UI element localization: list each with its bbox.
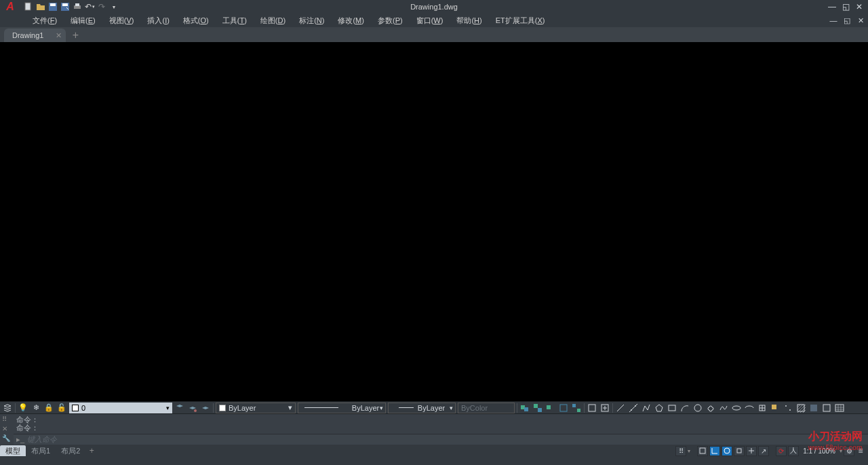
menu-et-tools[interactable]: ET扩展工具(X)	[489, 16, 552, 26]
draw-insert-block-icon[interactable]	[757, 403, 768, 413]
draw-point-icon[interactable]	[783, 403, 793, 413]
qat-customize-icon[interactable]: ▾	[108, 1, 119, 12]
status-annoshow-icon[interactable]: 人	[788, 446, 799, 456]
restore-button[interactable]: ◱	[841, 2, 850, 12]
doc-close-button[interactable]: ✕	[856, 16, 865, 25]
menu-modify[interactable]: 修改(M)	[331, 16, 371, 26]
menu-tools[interactable]: 工具(T)	[216, 16, 254, 26]
layer-on-icon[interactable]: 💡	[18, 403, 28, 413]
draw-region-icon[interactable]	[821, 403, 832, 413]
minimize-button[interactable]: —	[827, 2, 837, 12]
status-3dosnap-icon[interactable]	[746, 446, 757, 456]
layer-state-icon[interactable]	[200, 403, 211, 413]
draw-rectangle-icon[interactable]	[667, 403, 677, 413]
doc-minimize-button[interactable]: —	[829, 16, 838, 25]
block-insert-icon[interactable]	[587, 403, 597, 413]
status-grid-icon[interactable]: ⠿	[675, 446, 686, 456]
qat-print-icon[interactable]	[72, 1, 83, 12]
svg-rect-20	[669, 405, 675, 411]
status-customize-icon[interactable]: ≡	[856, 446, 865, 456]
app-logo[interactable]: A	[0, 0, 20, 14]
group-icon[interactable]	[519, 403, 530, 413]
draw-table-icon[interactable]	[834, 403, 845, 413]
status-scale-text[interactable]: 1:1 / 100%	[800, 447, 838, 455]
cmd-close-icon[interactable]: ✕	[2, 425, 12, 433]
status-ortho-icon[interactable]	[709, 446, 720, 456]
ungroup-icon[interactable]	[532, 403, 543, 413]
group-manager-icon[interactable]	[571, 403, 582, 413]
draw-circle-icon[interactable]	[692, 403, 703, 413]
svg-rect-6	[75, 3, 79, 6]
menu-insert[interactable]: 插入(I)	[140, 16, 176, 26]
status-otrack-icon[interactable]: ↗	[758, 446, 769, 456]
draw-ellipse-arc-icon[interactable]	[744, 403, 755, 413]
tab-close-icon[interactable]: ✕	[56, 31, 62, 40]
color-dropdown[interactable]: ByLayer ▾	[216, 403, 296, 413]
layer-dropdown[interactable]: 0 ▾	[69, 403, 172, 413]
cmd-options-icon[interactable]: 🔧	[2, 434, 12, 443]
draw-spline-icon[interactable]	[718, 403, 729, 413]
menu-edit[interactable]: 编辑(E)	[64, 16, 102, 26]
draw-line-icon[interactable]	[615, 403, 626, 413]
qat-undo-icon[interactable]: ↶▾	[84, 1, 95, 12]
draw-gradient-icon[interactable]	[808, 403, 819, 413]
menu-draw[interactable]: 绘图(D)	[254, 16, 292, 26]
qat-open-icon[interactable]	[35, 1, 46, 12]
close-button[interactable]: ✕	[854, 2, 864, 12]
svg-rect-12	[547, 405, 551, 409]
draw-arc-icon[interactable]	[679, 403, 690, 413]
group-edit-icon[interactable]	[545, 403, 556, 413]
layout-tab-1[interactable]: 布局1	[26, 445, 56, 456]
qat-saveas-icon[interactable]	[60, 1, 71, 12]
status-annoscale-icon[interactable]: ⟳	[776, 446, 787, 456]
status-snap-icon[interactable]	[697, 446, 708, 456]
svg-rect-29	[823, 405, 830, 411]
draw-polygon-icon[interactable]	[654, 403, 665, 413]
layer-match-icon[interactable]	[187, 403, 198, 413]
group-select-icon[interactable]	[558, 403, 569, 413]
layer-lock-icon[interactable]: 🔒	[43, 403, 54, 413]
file-tab[interactable]: Drawing1 ✕	[4, 29, 66, 42]
file-tab-label: Drawing1	[12, 31, 43, 39]
color-value: ByLayer	[229, 404, 256, 412]
command-input[interactable]: ▸_ 键入命令	[14, 434, 868, 445]
qat-save-icon[interactable]	[47, 1, 58, 12]
block-create-icon[interactable]	[599, 403, 610, 413]
draw-revcloud-icon[interactable]	[705, 403, 716, 413]
draw-polyline-icon[interactable]	[641, 403, 652, 413]
menu-file[interactable]: 文件(F)	[26, 16, 64, 26]
svg-rect-13	[560, 405, 567, 411]
draw-xline-icon[interactable]	[628, 403, 639, 413]
tab-add-button[interactable]: +	[68, 29, 82, 42]
menu-format[interactable]: 格式(O)	[176, 16, 216, 26]
menu-window[interactable]: 窗口(W)	[410, 16, 450, 26]
draw-make-block-icon[interactable]	[770, 403, 781, 413]
draw-ellipse-icon[interactable]	[731, 403, 742, 413]
layout-tab-2[interactable]: 布局2	[56, 445, 85, 456]
drawing-canvas[interactable]	[0, 42, 868, 401]
qat-new-icon[interactable]	[23, 1, 34, 12]
status-polar-icon[interactable]	[722, 446, 732, 456]
linetype-dropdown[interactable]: ByLayer ▾	[298, 403, 386, 413]
layer-freeze-icon[interactable]: ❄	[31, 403, 41, 413]
menu-view[interactable]: 视图(V)	[102, 16, 141, 26]
layer-previous-icon[interactable]	[174, 403, 185, 413]
status-settings-icon[interactable]: ⚙	[844, 446, 854, 456]
svg-rect-2	[50, 3, 56, 6]
menu-help[interactable]: 帮助(H)	[450, 16, 488, 26]
cmd-handle-icon[interactable]: ⠿	[2, 415, 12, 424]
layer-color-icon[interactable]: 🔓	[56, 403, 67, 413]
menu-parametric[interactable]: 参数(P)	[371, 16, 410, 26]
doc-restore-button[interactable]: ◱	[842, 16, 852, 25]
menu-dimension[interactable]: 标注(N)	[292, 16, 331, 26]
svg-point-32	[724, 448, 730, 453]
color-swatch	[219, 405, 226, 411]
lineweight-dropdown[interactable]: ByLayer ▾	[388, 403, 456, 413]
separator	[15, 403, 16, 413]
svg-point-18	[631, 409, 632, 411]
status-osnap-icon[interactable]	[734, 446, 745, 456]
layer-manager-icon[interactable]	[2, 403, 13, 413]
draw-hatch-icon[interactable]	[795, 403, 806, 413]
layout-add-button[interactable]: +	[85, 445, 98, 456]
layout-tab-model[interactable]: 模型	[0, 445, 26, 456]
